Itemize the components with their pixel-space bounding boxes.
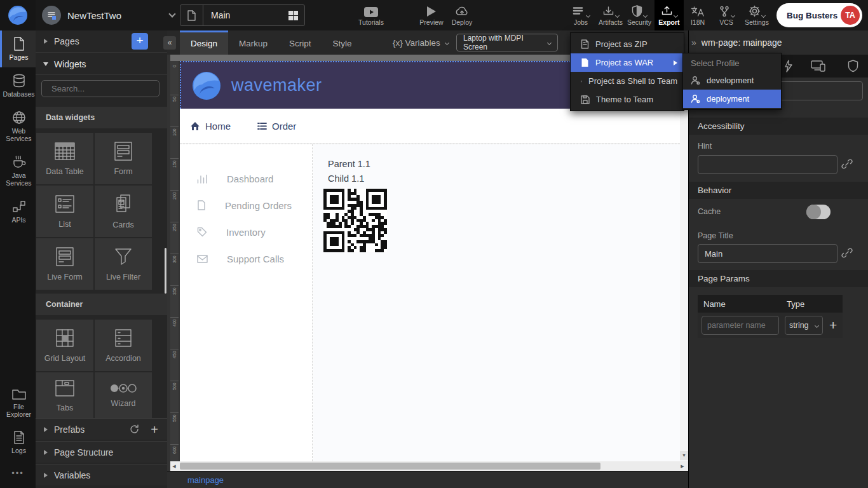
rail-item-databases[interactable]: Databases — [0, 67, 36, 104]
widget-tabs[interactable]: Tabs — [36, 372, 93, 418]
artifacts-button[interactable]: Artifacts — [596, 0, 625, 30]
scroll-left-arrow[interactable]: ◀ — [170, 461, 178, 471]
tab-design[interactable]: Design — [180, 30, 228, 55]
devices-icon[interactable] — [811, 60, 826, 72]
bind-hint-icon[interactable] — [841, 158, 854, 171]
wavemaker-logo-icon — [7, 4, 29, 26]
menu-item-deployment[interactable]: deployment — [683, 90, 781, 108]
vertical-scrollbar[interactable]: ▼ — [680, 61, 688, 461]
more-options-icon[interactable]: ••• — [0, 461, 36, 488]
variables-dropdown[interactable]: {x} Variables — [393, 30, 449, 55]
submenu-arrow-icon — [674, 60, 677, 65]
hint-input[interactable] — [698, 156, 837, 173]
menu-item-pending-orders[interactable]: Pending Orders — [180, 192, 312, 219]
cache-toggle[interactable] — [806, 205, 831, 219]
widgets-section-toggle[interactable]: Widgets — [36, 53, 167, 75]
grid-icon — [288, 11, 298, 20]
vcs-button[interactable]: VCS — [712, 0, 741, 30]
jobs-button[interactable]: Jobs — [567, 0, 595, 30]
deploy-button[interactable]: Deploy — [447, 0, 477, 30]
page-preview[interactable]: wavemaker Home Order Dashboard — [180, 61, 680, 461]
horizontal-scrollbar[interactable]: ◀ ▶ — [170, 461, 688, 471]
tutorials-button[interactable]: Tutorials — [353, 0, 389, 30]
scrollbar-thumb[interactable] — [180, 463, 600, 470]
menu-item-inventory[interactable]: Inventory — [180, 219, 312, 245]
tab-script[interactable]: Script — [278, 30, 322, 55]
device-selector[interactable]: Laptop with MDPI Screen — [456, 34, 558, 51]
panel-collapse-icon[interactable]: » — [691, 37, 696, 48]
vertical-ruler: 050100150200250300350400450500550600 — [170, 61, 179, 461]
footer-page-tab[interactable]: mainpage — [187, 475, 224, 485]
panel-scrollbar[interactable] — [165, 248, 166, 294]
widget-list[interactable]: List — [36, 186, 93, 237]
page-structure-section-toggle[interactable]: Page Structure — [36, 441, 167, 463]
rail-item-apis[interactable]: APIs — [0, 193, 36, 230]
rail-item-java-services[interactable]: Java Services — [0, 149, 36, 193]
ruler-mark: 50 — [170, 95, 179, 127]
page-selector[interactable]: Main — [180, 4, 305, 26]
add-param-button[interactable]: + — [829, 319, 837, 332]
widget-wizard[interactable]: Wizard — [95, 372, 152, 418]
i18n-button[interactable]: I18N — [684, 0, 712, 30]
menu-item-dashboard[interactable]: Dashboard — [180, 165, 312, 192]
profile-icon — [691, 94, 700, 104]
shield-outline-icon[interactable] — [848, 60, 858, 72]
menu-item-project-as-zip[interactable]: Project as ZIP — [571, 35, 684, 53]
project-switcher[interactable]: NewTestTwo — [42, 0, 175, 30]
scroll-right-arrow[interactable]: ▶ — [679, 461, 686, 471]
gear-icon — [749, 4, 765, 17]
menu-item-project-as-shell[interactable]: Project as Shell to Team — [571, 72, 684, 90]
export-button[interactable]: Export — [654, 0, 684, 30]
page-params-section-header[interactable]: Page Params — [689, 270, 868, 287]
widget-cards[interactable]: Cards — [95, 186, 152, 237]
ruler-mark: 100 — [170, 127, 179, 159]
refresh-icon[interactable] — [130, 424, 139, 434]
menu-item-project-as-war[interactable]: Project as WAR — [571, 53, 684, 72]
variables-section-toggle[interactable]: Variables — [36, 464, 167, 485]
widget-live-filter[interactable]: Live Filter — [95, 238, 152, 290]
rail-item-web-services[interactable]: Web Services — [0, 104, 36, 149]
rail-item-file-explorer[interactable]: File Explorer — [0, 381, 36, 424]
magic-wand-icon[interactable] — [783, 60, 794, 72]
scroll-down-arrow[interactable]: ▼ — [680, 451, 688, 460]
widget-grid-layout[interactable]: Grid Layout — [36, 320, 93, 371]
studio-logo[interactable] — [0, 0, 36, 30]
add-page-button[interactable]: + — [132, 33, 148, 50]
settings-button[interactable]: Settings — [741, 0, 773, 30]
param-type-select[interactable]: string — [785, 316, 823, 335]
security-button[interactable]: Security — [625, 0, 653, 30]
tab-markup[interactable]: Markup — [228, 30, 278, 55]
rail-item-pages[interactable]: Pages — [0, 30, 36, 67]
widget-live-form[interactable]: Live Form — [36, 238, 93, 290]
prefabs-section-toggle[interactable]: Prefabs + — [36, 418, 167, 440]
behavior-section-header[interactable]: Behavior — [689, 182, 868, 199]
preview-button[interactable]: Preview — [416, 0, 447, 30]
profile-icon — [691, 76, 700, 85]
page-title-input[interactable] — [698, 245, 837, 262]
page-params-table: Name Type string + — [698, 295, 843, 338]
widget-form[interactable]: Form — [95, 133, 152, 184]
widget-accordion[interactable]: Accordion — [95, 320, 152, 371]
avatar[interactable]: TA — [841, 6, 860, 25]
ruler-mark: 400 — [170, 318, 179, 349]
bind-page-title-icon[interactable] — [841, 247, 854, 260]
widget-search-input[interactable] — [51, 84, 163, 93]
page-body: Dashboard Pending Orders Inventory Suppo… — [180, 144, 680, 461]
collapse-panel-button[interactable]: « — [163, 36, 176, 50]
nav-order[interactable]: Order — [257, 121, 296, 132]
widget-data-table[interactable]: Data Table — [36, 133, 93, 184]
ruler-mark: 350 — [170, 286, 179, 318]
accessibility-section-header[interactable]: Accessibility — [689, 118, 868, 135]
nav-home[interactable]: Home — [190, 121, 231, 132]
form-icon — [113, 141, 133, 161]
export-dropdown-menu: Project as ZIP Project as WAR Project as… — [570, 32, 684, 111]
team-badge[interactable]: Bug Busters TA — [776, 3, 862, 27]
add-prefab-button[interactable]: + — [151, 424, 158, 435]
param-name-input[interactable] — [702, 316, 778, 334]
menu-item-support-calls[interactable]: Support Calls — [180, 245, 312, 272]
chevron-down-icon — [761, 13, 766, 18]
rail-item-logs[interactable]: Logs — [0, 424, 36, 461]
tab-style[interactable]: Style — [322, 30, 363, 55]
menu-item-theme-to-team[interactable]: Theme to Team — [571, 90, 684, 109]
menu-item-development[interactable]: development — [683, 71, 781, 90]
